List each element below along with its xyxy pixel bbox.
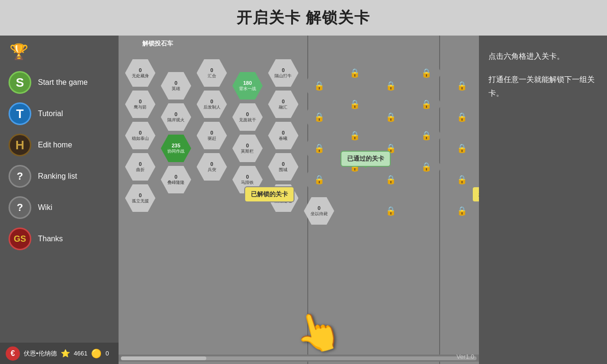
- hex-score-5-4: 0: [318, 205, 321, 211]
- lock-icon: 🔒: [314, 143, 324, 154]
- lock-icon: 🔒: [421, 68, 432, 78]
- sidebar-label-edit-home: Edit home: [38, 141, 72, 149]
- hex-score-0-0: 0: [139, 67, 142, 73]
- hex-cell-3-0[interactable]: 180 背水一战: [232, 72, 263, 100]
- hex-name-0-4: 孤立无援: [130, 199, 150, 204]
- hex-score-3-2: 0: [246, 143, 249, 149]
- hex-score-1-0: 0: [175, 80, 177, 86]
- sidebar-item-edit-home[interactable]: H Edit home: [5, 131, 114, 159]
- hex-score-4-0: 0: [282, 67, 285, 73]
- sidebar-item-ranking[interactable]: ? Ranking list: [5, 162, 114, 191]
- hex-cell-8-2[interactable]: 🔒: [411, 122, 441, 149]
- hex-cell-0-3[interactable]: 0 曲折: [125, 153, 156, 181]
- hex-cell-4-2[interactable]: 0 春曦: [268, 122, 298, 149]
- hex-cell-1-2[interactable]: 235 协同作战: [161, 135, 191, 162]
- sidebar-item-start-game[interactable]: S Start the game: [5, 68, 114, 97]
- hex-cell-3-1[interactable]: 0 见面就干: [232, 103, 263, 131]
- hex-cell-9-0[interactable]: 🔒: [447, 72, 477, 100]
- hex-cell-5-2[interactable]: 🔒: [304, 135, 334, 162]
- hex-name-0-3: 曲折: [135, 167, 146, 173]
- hex-score-2-0: 0: [210, 67, 213, 73]
- hex-cell-8-3[interactable]: 🔒: [411, 153, 441, 181]
- sidebar-label-start-game: Start the game: [38, 78, 88, 87]
- lock-icon: 🔒: [349, 99, 360, 109]
- hex-cell-8-0[interactable]: 🔒: [411, 59, 441, 87]
- hex-cell-2-3[interactable]: 0 兵突: [197, 153, 227, 181]
- sidebar: 🏆 S Start the game T Tutorial H Edit hom…: [0, 36, 119, 364]
- hex-cell-6-1[interactable]: 🔒: [340, 91, 370, 118]
- hex-cell-7-4[interactable]: 🔒: [376, 197, 406, 225]
- hex-name-0-1: 鹰与箭: [132, 105, 148, 110]
- lock-icon: 🔒: [457, 112, 467, 122]
- hex-cell-4-1[interactable]: 0 融汇: [268, 91, 298, 118]
- hex-score-4-3: 0: [282, 161, 285, 167]
- hex-cell-9-1[interactable]: 🔒: [447, 103, 477, 131]
- user-name: 伏恩•伦纳德: [24, 349, 57, 358]
- lock-icon: 🔒: [421, 130, 432, 141]
- hex-cell-4-0[interactable]: 0 隔山打牛: [268, 59, 298, 87]
- sidebar-item-wiki[interactable]: ? Wiki: [5, 193, 114, 222]
- hex-cell-3-2[interactable]: 0 莫斯栏: [232, 135, 263, 162]
- hex-cell-2-2[interactable]: 0 驱赶: [197, 122, 227, 149]
- sidebar-nav: S Start the game T Tutorial H Edit home …: [0, 65, 119, 256]
- hex-name-5-4: 坐以待毙: [309, 211, 329, 217]
- hex-cell-5-3[interactable]: 🔒: [304, 166, 334, 193]
- hex-cell-1-0[interactable]: 0 英雄: [161, 72, 191, 100]
- sidebar-label-wiki: Wiki: [38, 203, 52, 212]
- hex-score-0-2: 0: [139, 130, 142, 136]
- sidebar-item-tutorial[interactable]: T Tutorial: [5, 100, 114, 128]
- hex-name-1-2: 协同作战: [166, 149, 186, 154]
- hex-cell-0-0[interactable]: 0 无处藏身: [125, 59, 156, 87]
- lock-icon: 🔒: [349, 130, 360, 141]
- hex-cell-5-0[interactable]: 🔒: [304, 72, 334, 100]
- hex-name-1-1: 隔岸观火: [166, 118, 186, 123]
- hex-cell-1-1[interactable]: 0 隔岸观火: [161, 103, 191, 131]
- hex-name-4-0: 隔山打牛: [273, 73, 293, 79]
- hex-name-3-1: 见面就干: [238, 118, 258, 123]
- lock-icon: 🔒: [314, 174, 324, 185]
- hex-cell-2-1[interactable]: 0 后发制人: [197, 91, 227, 118]
- hex-cell-6-0[interactable]: 🔒: [340, 59, 370, 87]
- sidebar-icon-thanks: GS: [9, 228, 31, 250]
- hex-name-4-2: 春曦: [277, 136, 289, 141]
- sidebar-item-thanks[interactable]: GS Thanks: [5, 225, 114, 253]
- hex-column-0: 0 无处藏身 0 鹰与箭 0 稳如泰山 0 曲折 0 孤立无援: [123, 52, 157, 350]
- hex-cell-9-2[interactable]: 🔒: [447, 135, 477, 162]
- lock-icon: 🔒: [457, 206, 467, 216]
- hex-score-0-3: 0: [139, 161, 142, 167]
- hex-name-2-0: 汇合: [206, 73, 218, 79]
- hex-cell-0-2[interactable]: 0 稳如泰山: [125, 122, 156, 149]
- scrollbar-thumb[interactable]: [121, 356, 206, 360]
- hex-cell-8-1[interactable]: 🔒: [411, 91, 441, 118]
- hex-cell-7-3[interactable]: 🔒: [376, 166, 406, 193]
- version-label: Ver1.0: [456, 353, 474, 360]
- hex-name-0-2: 稳如泰山: [130, 136, 150, 141]
- hex-cell-2-0[interactable]: 0 汇合: [197, 59, 227, 87]
- hex-cell-7-1[interactable]: 🔒: [376, 103, 406, 131]
- page-title: 开启关卡 解锁关卡: [237, 8, 371, 28]
- scrollbar[interactable]: [119, 355, 479, 362]
- hex-name-3-3: 马蹄铁: [239, 180, 255, 185]
- coin-icon: 🟡: [91, 348, 101, 359]
- sidebar-label-thanks: Thanks: [38, 235, 63, 243]
- sidebar-icon-wiki: ?: [9, 196, 31, 219]
- coin-count: 0: [105, 350, 109, 357]
- lock-icon: 🔒: [457, 143, 467, 154]
- hex-column-7: 🔒🔒🔒🔒🔒: [374, 52, 407, 350]
- hex-name-3-0: 背水一战: [238, 86, 258, 91]
- hex-cell-5-1[interactable]: 🔒: [304, 103, 334, 131]
- hex-score-4-1: 0: [282, 99, 285, 105]
- hex-cell-0-1[interactable]: 0 鹰与箭: [125, 91, 156, 118]
- page-header: 开启关卡 解锁关卡: [0, 0, 607, 36]
- hex-cell-6-2[interactable]: 🔒: [340, 122, 370, 149]
- game-map: 解锁投石车 解锁象兵 0 无处藏身 0 鹰与箭 0 稳如泰山 0 曲折 0 孤立…: [119, 36, 479, 364]
- hex-grid: 0 无处藏身 0 鹰与箭 0 稳如泰山 0 曲折 0 孤立无援 0 英雄 0 隔…: [123, 52, 479, 350]
- sidebar-icon-start-game: S: [9, 71, 31, 94]
- hex-cell-1-3[interactable]: 0 叠嶂隆隆: [161, 166, 191, 193]
- lock-icon: 🔒: [457, 174, 467, 185]
- hex-cell-4-3[interactable]: 0 围城: [268, 153, 298, 181]
- hex-cell-0-4[interactable]: 0 孤立无援: [125, 184, 156, 212]
- sidebar-icon-tutorial: T: [9, 102, 31, 125]
- hex-cell-5-4[interactable]: 0 坐以待毙: [304, 197, 334, 225]
- hex-cell-7-0[interactable]: 🔒: [376, 72, 406, 100]
